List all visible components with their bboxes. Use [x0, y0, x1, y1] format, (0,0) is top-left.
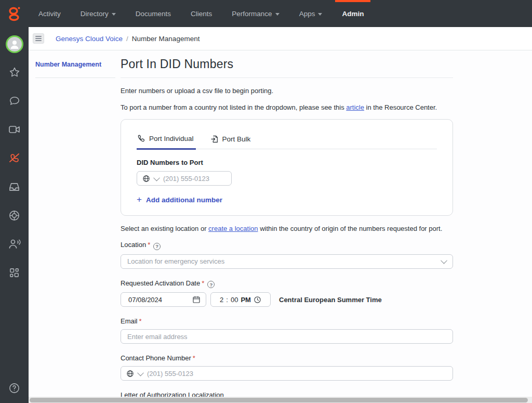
nav-label: Admin — [342, 10, 364, 18]
intro-text-2: To port a number from a country not list… — [121, 103, 453, 111]
nav-item-apps[interactable]: Apps — [289, 0, 332, 27]
menu-hamburger-button[interactable] — [33, 33, 44, 44]
chevron-down-icon — [112, 13, 116, 16]
tab-port-individual[interactable]: Port Individual — [137, 134, 196, 150]
required-marker: * — [148, 241, 150, 249]
help-tooltip-icon[interactable]: ? — [153, 243, 161, 250]
help-question-icon[interactable] — [7, 380, 22, 396]
nav-label: Performance — [232, 10, 272, 18]
contact-phone-input-group — [121, 366, 453, 381]
nav-label: Directory — [81, 10, 109, 18]
content-area: Genesys Cloud Voice / Number Management … — [29, 27, 532, 403]
support-life-ring-icon[interactable] — [7, 207, 22, 223]
apps-grid-icon[interactable] — [7, 265, 22, 280]
horizontal-scrollbar[interactable] — [29, 397, 532, 403]
required-marker: * — [202, 279, 204, 287]
nav-label: Clients — [191, 10, 212, 18]
nav-item-documents[interactable]: Documents — [126, 0, 181, 27]
add-number-label: Add additional number — [146, 196, 222, 204]
required-marker: * — [193, 354, 195, 362]
date-input[interactable] — [128, 296, 180, 304]
email-input-group — [121, 329, 453, 344]
chevron-down-icon — [441, 257, 447, 264]
required-marker: * — [139, 317, 142, 325]
top-nav-items: Activity Directory Documents Clients Per… — [29, 0, 374, 27]
main-panel: Port In DID Numbers Enter numbers or upl… — [121, 50, 532, 403]
location-label: Location*? — [121, 241, 453, 250]
breadcrumb-link-genesys-cloud-voice[interactable]: Genesys Cloud Voice — [56, 35, 123, 43]
add-additional-number-button[interactable]: + Add additional number — [137, 194, 437, 205]
nav-item-admin[interactable]: Admin — [332, 0, 374, 27]
activation-datetime-row: 2 : 00 PM Central European Summer Time — [121, 292, 453, 307]
email-input[interactable] — [127, 333, 446, 341]
intro2-pre: To port a number from a country not list… — [121, 103, 346, 111]
contact-phone-input[interactable] — [147, 370, 447, 378]
timezone-label: Central European Summer Time — [279, 296, 382, 304]
breadcrumb-separator: / — [126, 35, 128, 43]
chevron-down-icon[interactable] — [153, 174, 160, 181]
globe-icon — [142, 175, 150, 183]
file-import-icon — [210, 135, 219, 144]
create-location-link[interactable]: create a location — [208, 225, 258, 232]
did-phone-input[interactable] — [163, 175, 226, 183]
article-link[interactable]: article — [346, 103, 364, 111]
nav-label: Activity — [38, 10, 61, 18]
time-hour[interactable]: 2 — [220, 296, 223, 304]
email-label: Email* — [121, 317, 453, 325]
nav-item-clients[interactable]: Clients — [181, 0, 222, 27]
location-text-post: within the country of origin of the numb… — [258, 225, 443, 232]
favorites-star-icon[interactable] — [7, 64, 22, 80]
chat-bubble-icon[interactable] — [7, 93, 22, 109]
nav-item-directory[interactable]: Directory — [71, 0, 126, 27]
calendar-icon[interactable] — [192, 295, 201, 304]
subnav-divider — [35, 77, 115, 78]
tab-label: Port Individual — [149, 135, 194, 142]
date-input-group — [121, 292, 206, 307]
location-instruction: Select an existing location or create a … — [121, 225, 453, 232]
top-navigation-bar: Activity Directory Documents Clients Per… — [0, 0, 532, 27]
contact-phone-label: Contact Phone Number* — [121, 354, 453, 362]
video-camera-icon[interactable] — [7, 122, 22, 137]
horizontal-scrollbar-thumb[interactable] — [30, 398, 528, 402]
label-text: Email — [121, 317, 138, 325]
inbox-tray-icon[interactable] — [7, 179, 22, 194]
location-select[interactable]: Location for emergency services — [121, 254, 453, 269]
breadcrumb-current-page: Number Management — [132, 35, 200, 43]
genesys-logo-icon — [8, 6, 21, 21]
tab-port-bulk[interactable]: Port Bulk — [210, 135, 253, 149]
port-numbers-card: Port Individual Port Bulk DID Numbers to… — [121, 119, 453, 216]
help-tooltip-icon[interactable]: ? — [207, 281, 215, 288]
plus-icon: + — [137, 194, 142, 205]
page-title: Port In DID Numbers — [121, 57, 453, 71]
chevron-down-icon[interactable] — [137, 369, 144, 376]
tab-label: Port Bulk — [222, 135, 251, 143]
time-ampm[interactable]: PM — [241, 296, 251, 304]
person-icon — [9, 38, 20, 50]
agent-person-icon[interactable] — [7, 236, 22, 252]
time-minute[interactable]: 00 — [231, 296, 238, 304]
title-divider — [121, 77, 453, 78]
location-text-pre: Select an existing location or — [121, 225, 208, 232]
secondary-sidebar: Number Management — [29, 50, 121, 403]
activation-date-label: Requested Activation Date*? — [121, 279, 453, 289]
time-input-group[interactable]: 2 : 00 PM — [210, 292, 271, 307]
label-text: Location — [121, 241, 146, 249]
globe-icon — [126, 370, 134, 378]
intro-text-1: Enter numbers or upload a csv file to be… — [121, 87, 453, 95]
port-tabs: Port Individual Port Bulk — [137, 134, 437, 149]
app-window: Activity Directory Documents Clients Per… — [0, 0, 532, 403]
location-select-placeholder: Location for emergency services — [127, 257, 224, 265]
nav-label: Apps — [299, 10, 315, 18]
genesys-logo[interactable] — [0, 0, 29, 27]
intro2-post: in the Resource Center. — [364, 103, 437, 111]
did-phone-input-group — [137, 171, 232, 186]
label-text: Contact Phone Number — [121, 354, 191, 362]
nav-item-activity[interactable]: Activity — [29, 0, 71, 27]
user-avatar[interactable] — [6, 35, 23, 53]
left-icon-sidebar — [0, 27, 29, 403]
did-numbers-label: DID Numbers to Port — [137, 159, 437, 166]
voice-phone-active-icon[interactable] — [7, 150, 22, 166]
phone-handset-icon — [137, 134, 145, 143]
sidebar-item-number-management[interactable]: Number Management — [35, 61, 121, 77]
nav-item-performance[interactable]: Performance — [222, 0, 289, 27]
